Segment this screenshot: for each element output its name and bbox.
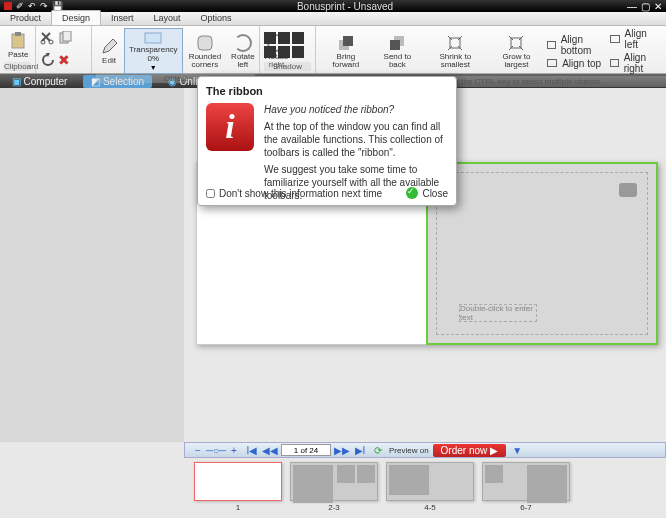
next-page-icon[interactable]: ▶▶ [335, 444, 349, 456]
refresh-icon[interactable]: ⟳ [371, 444, 385, 456]
svg-rect-0 [12, 34, 24, 48]
svg-rect-11 [390, 40, 400, 50]
thumb-3[interactable]: 4-5 [386, 462, 474, 512]
edit-button[interactable]: Edit [96, 36, 122, 67]
tab-design[interactable]: Design [51, 10, 101, 25]
thumb-1[interactable]: 1 [194, 462, 282, 512]
info-popup: The ribbon i Have you noticed the ribbon… [197, 76, 457, 206]
shrink-button[interactable]: Shrink to smallest [425, 32, 486, 71]
undo-icon[interactable]: ↶ [28, 1, 36, 11]
ribbon: Paste Clipboard ✖ Edit Transparency0%▼ R… [0, 26, 666, 74]
tab-product[interactable]: Product [0, 11, 51, 25]
dont-show-checkbox[interactable]: Don't show this information next time [206, 188, 382, 199]
svg-rect-7 [198, 36, 212, 50]
popup-title: The ribbon [206, 85, 448, 97]
first-page-icon[interactable]: I◀ [245, 444, 259, 456]
svg-rect-1 [15, 32, 21, 36]
tab-insert[interactable]: Insert [101, 11, 144, 25]
zoom-slider[interactable]: ─○─ [209, 444, 223, 456]
group-shadow: Shadow [264, 62, 311, 71]
rounded-corners-button[interactable]: Rounded corners [185, 32, 225, 71]
menu-tabs: Product Design Insert Layout Options [0, 12, 666, 26]
page-field[interactable]: 1 of 24 [281, 444, 331, 456]
page-navigator: − ─○─ + I◀ ◀◀ 1 of 24 ▶▶ ▶I ⟳ Preview on… [184, 442, 666, 458]
rotate-ccw-icon[interactable] [40, 53, 56, 67]
side-panel [0, 88, 184, 442]
align-bottom-button[interactable]: Align bottom [547, 34, 606, 56]
align-right-button[interactable]: Align right [610, 52, 660, 74]
thumb-4[interactable]: 6-7 [482, 462, 570, 512]
order-now-button[interactable]: Order now▶ [433, 444, 507, 457]
popup-close-button[interactable]: Close [406, 187, 448, 199]
svg-rect-9 [343, 36, 353, 46]
preview-label[interactable]: Preview on [389, 446, 429, 455]
bottom-panel: − ─○─ + I◀ ◀◀ 1 of 24 ▶▶ ▶I ⟳ Preview on… [184, 442, 666, 518]
page-right[interactable]: Double-click to enter text [426, 162, 658, 345]
zoom-in-icon[interactable]: + [227, 444, 241, 456]
svg-rect-6 [145, 33, 161, 43]
delete-icon[interactable]: ✖ [58, 52, 70, 68]
tab-options[interactable]: Options [191, 11, 242, 25]
app-icon [4, 2, 12, 10]
svg-rect-5 [63, 31, 71, 41]
prev-page-icon[interactable]: ◀◀ [263, 444, 277, 456]
cut-icon[interactable] [40, 31, 56, 45]
grow-button[interactable]: Grow to largest [490, 32, 543, 71]
tab-layout[interactable]: Layout [144, 11, 191, 25]
shadow-presets[interactable] [264, 32, 306, 58]
bring-forward-button[interactable]: Bring forward [322, 32, 370, 71]
info-icon: i [206, 103, 254, 151]
camera-icon [619, 183, 637, 197]
transparency-button[interactable]: Transparency0%▼ [124, 28, 183, 74]
window-title: Bonusprint - Unsaved [63, 1, 627, 12]
align-left-button[interactable]: Align left [610, 28, 660, 50]
paste-button[interactable]: Paste [4, 30, 32, 61]
source-computer[interactable]: ▣ Computer [4, 75, 75, 88]
group-clipboard: Clipboard [4, 62, 31, 71]
minimize-button[interactable]: — [627, 1, 637, 12]
zoom-out-icon[interactable]: − [191, 444, 205, 456]
dropdown-icon[interactable]: ▼ [510, 444, 524, 456]
thumbnails: 1 2-3 4-5 6-7 [184, 458, 666, 516]
maximize-button[interactable]: ▢ [641, 1, 650, 12]
ok-icon [406, 187, 418, 199]
svg-point-3 [49, 40, 53, 44]
text-placeholder[interactable]: Double-click to enter text [459, 304, 537, 322]
redo-icon[interactable]: ↷ [40, 1, 48, 11]
align-top-button[interactable]: Align top [547, 58, 606, 69]
copy-icon[interactable] [58, 31, 74, 45]
send-back-button[interactable]: Send to back [374, 32, 421, 71]
rotate-left-button[interactable]: Rotate left [227, 32, 259, 71]
thumb-2[interactable]: 2-3 [290, 462, 378, 512]
tool-icon[interactable]: ✐ [16, 1, 24, 11]
close-button[interactable]: ✕ [654, 1, 662, 12]
last-page-icon[interactable]: ▶I [353, 444, 367, 456]
